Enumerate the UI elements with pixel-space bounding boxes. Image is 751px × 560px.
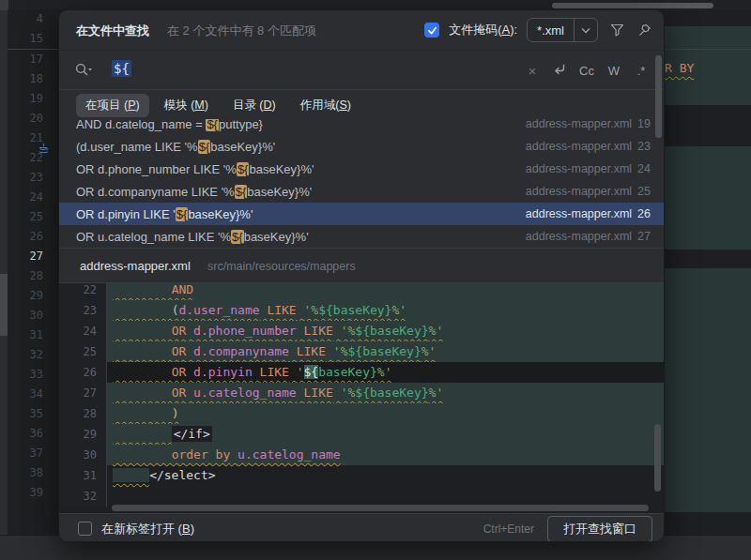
code-line[interactable]: 28 ) bbox=[59, 403, 664, 424]
scope-tab-scope[interactable]: 作用域(S) bbox=[291, 94, 360, 117]
preview-vscrollbar-thumb[interactable] bbox=[654, 424, 661, 492]
scope-tabs: 在项目 (P) 模块 (M) 目录 (D) 作用域(S) bbox=[59, 91, 664, 119]
preview-line-text: </if> bbox=[107, 424, 664, 445]
search-query[interactable]: ${ bbox=[112, 61, 131, 76]
code-line[interactable]: 25 OR d.companyname LIKE '%${baseKey}%' bbox=[59, 341, 664, 362]
editor-line-number: 39 bbox=[8, 483, 58, 503]
dialog-header: 在文件中查找 在 2 个文件中有 8 个匹配项 文件掩码(A): *.xml bbox=[59, 10, 664, 50]
editor-line-number: 26 bbox=[8, 227, 58, 247]
editor-line-number: 24 bbox=[8, 188, 58, 207]
preview-line-number: 28 bbox=[59, 403, 107, 424]
search-result-row[interactable]: OR d.phone_number LIKE '%${baseKey}%'add… bbox=[59, 158, 664, 180]
editor-top-scrollbar-track bbox=[0, 0, 751, 9]
editor-line-number: 17 bbox=[8, 50, 58, 69]
search-result-row[interactable]: (d.user_name LIKE '%${baseKey}%'address-… bbox=[59, 135, 664, 158]
editor-line-number: 32 bbox=[8, 345, 58, 365]
preview-line-number: 32 bbox=[59, 486, 107, 507]
scope-tab-module[interactable]: 模块 (M) bbox=[155, 94, 218, 117]
editor-line-number: 21 bbox=[8, 129, 58, 148]
preview-path-bar: address-mapper.xml src/main/resources/ma… bbox=[59, 248, 664, 282]
search-result-row[interactable]: OR u.catelog_name LIKE '%${baseKey}%'add… bbox=[59, 225, 664, 248]
search-result-row[interactable]: OR d.companyname LIKE '%${baseKey}%'addr… bbox=[59, 180, 664, 203]
file-mask-value: *.xml bbox=[528, 23, 574, 38]
newline-icon[interactable] bbox=[552, 63, 567, 79]
code-line[interactable]: 27 OR u.catelog_name LIKE '%${baseKey}%' bbox=[59, 383, 664, 403]
preview-line-text: (d.user_name LIKE '%${baseKey}%' bbox=[107, 300, 664, 321]
preview-line-text: OR d.companyname LIKE '%${baseKey}%' bbox=[107, 341, 664, 362]
chevron-down-icon[interactable] bbox=[575, 27, 597, 34]
code-line[interactable]: 26 OR d.pinyin LIKE '${baseKey}%' bbox=[59, 362, 664, 383]
result-text: OR d.companyname LIKE '%${baseKey}%' bbox=[76, 185, 526, 199]
tool-window-edge-patch bbox=[0, 274, 8, 336]
clear-search-icon[interactable]: × bbox=[525, 63, 540, 79]
editor-line-number: 34 bbox=[8, 385, 58, 404]
shortcut-hint: Ctrl+Enter bbox=[483, 522, 534, 536]
editor-line-number: 33 bbox=[8, 365, 58, 385]
preview-line-text: </select> bbox=[107, 465, 664, 486]
preview-line-number: 22 bbox=[59, 282, 107, 300]
editor-line-number: 36 bbox=[8, 424, 58, 444]
search-results-list: AND d.catelog_name = ${puttype}address-m… bbox=[59, 119, 664, 248]
filter-icon[interactable] bbox=[607, 21, 626, 39]
preview-file-path: src/main/resources/mappers bbox=[207, 260, 356, 273]
regex-toggle[interactable]: .* bbox=[634, 64, 649, 78]
code-line[interactable]: 29 </if> bbox=[59, 424, 664, 445]
editor-line-number: 35 bbox=[8, 404, 58, 424]
search-result-row[interactable]: OR d.pinyin LIKE '${baseKey}%'address-ma… bbox=[59, 203, 664, 225]
code-line[interactable]: 24 OR d.phone_number LIKE '%${baseKey}%' bbox=[59, 321, 664, 341]
preview-line-number: 29 bbox=[59, 424, 107, 445]
file-mask-checkbox[interactable] bbox=[424, 23, 439, 38]
search-icon[interactable] bbox=[74, 62, 93, 82]
editor-gutter: 4151718192021222324252627282930313233343… bbox=[8, 9, 58, 512]
result-file-ref: address-mapper.xml26 bbox=[526, 207, 651, 220]
editor-line-number: 18 bbox=[8, 69, 58, 89]
editor-line-number: 31 bbox=[8, 325, 58, 345]
search-result-row[interactable]: AND d.catelog_name = ${puttype}address-m… bbox=[59, 119, 664, 135]
pin-icon[interactable] bbox=[636, 21, 654, 39]
preview-line-number: 25 bbox=[59, 341, 107, 362]
match-case-toggle[interactable]: Cc bbox=[579, 64, 594, 78]
code-line[interactable]: 30 order by u.catelog_name bbox=[59, 445, 664, 465]
editor-sticky-line-number: 15 bbox=[8, 29, 58, 49]
preview-line-number: 23 bbox=[59, 300, 107, 321]
result-text: (d.user_name LIKE '%${baseKey}%' bbox=[76, 140, 526, 154]
preview-line-text: ) bbox=[107, 403, 664, 424]
open-find-window-button[interactable]: 打开查找窗口 bbox=[547, 516, 652, 542]
editor-line-number: 38 bbox=[8, 463, 58, 483]
clipped-squiggle bbox=[113, 282, 347, 295]
editor-top-scrollbar-thumb[interactable] bbox=[552, 3, 713, 8]
preview-line-text: OR d.pinyin LIKE '${baseKey}%' bbox=[107, 362, 664, 383]
open-in-new-tab-checkbox[interactable] bbox=[78, 522, 92, 536]
editor-line-number: 19 bbox=[8, 89, 58, 109]
result-file-ref: address-mapper.xml25 bbox=[526, 185, 651, 198]
code-line[interactable]: 31 </select> bbox=[59, 465, 664, 486]
editor-line-number: 37 bbox=[8, 444, 58, 463]
scope-tab-project[interactable]: 在项目 (P) bbox=[76, 94, 149, 117]
results-scrollbar-thumb[interactable] bbox=[655, 55, 662, 138]
editor-line-number: 27 bbox=[8, 247, 58, 266]
scope-tab-directory[interactable]: 目录 (D) bbox=[223, 94, 285, 117]
result-file-ref: address-mapper.xml24 bbox=[526, 162, 651, 175]
file-mask-label: 文件掩码(A): bbox=[449, 22, 517, 38]
result-file-ref: address-mapper.xml27 bbox=[526, 230, 651, 243]
words-toggle[interactable]: W bbox=[606, 64, 621, 78]
code-line[interactable]: 23 (d.user_name LIKE '%${baseKey}%' bbox=[59, 300, 664, 321]
preview-line-text: order by u.catelog_name bbox=[107, 445, 664, 465]
result-file-ref: address-mapper.xml19 bbox=[526, 119, 651, 130]
preview-hscrollbar-thumb[interactable] bbox=[112, 505, 649, 511]
preview-line-text: OR u.catelog_name LIKE '%${baseKey}%' bbox=[107, 383, 664, 403]
ide-screen: 4151718192021222324252627282930313233343… bbox=[0, 0, 751, 560]
editor-line-number: 30 bbox=[8, 306, 58, 325]
editor-line-number: 29 bbox=[8, 286, 58, 306]
result-text: AND d.catelog_name = ${puttype} bbox=[76, 119, 526, 131]
file-mask-combobox[interactable]: *.xml bbox=[527, 18, 598, 42]
editor-line-number: 20 bbox=[8, 109, 58, 129]
editor-line-number: 23 bbox=[8, 168, 58, 188]
preview-line-text bbox=[107, 486, 664, 507]
editor-line-number: 25 bbox=[8, 207, 58, 227]
search-field[interactable]: ${ × Cc W .* bbox=[59, 50, 664, 90]
editor-clipped-code: R BY bbox=[665, 61, 694, 75]
result-text: OR d.pinyin LIKE '${baseKey}%' bbox=[76, 207, 526, 221]
find-in-files-dialog: 在文件中查找 在 2 个文件中有 8 个匹配项 文件掩码(A): *.xml bbox=[58, 9, 665, 542]
code-line[interactable]: 32 bbox=[59, 486, 664, 507]
